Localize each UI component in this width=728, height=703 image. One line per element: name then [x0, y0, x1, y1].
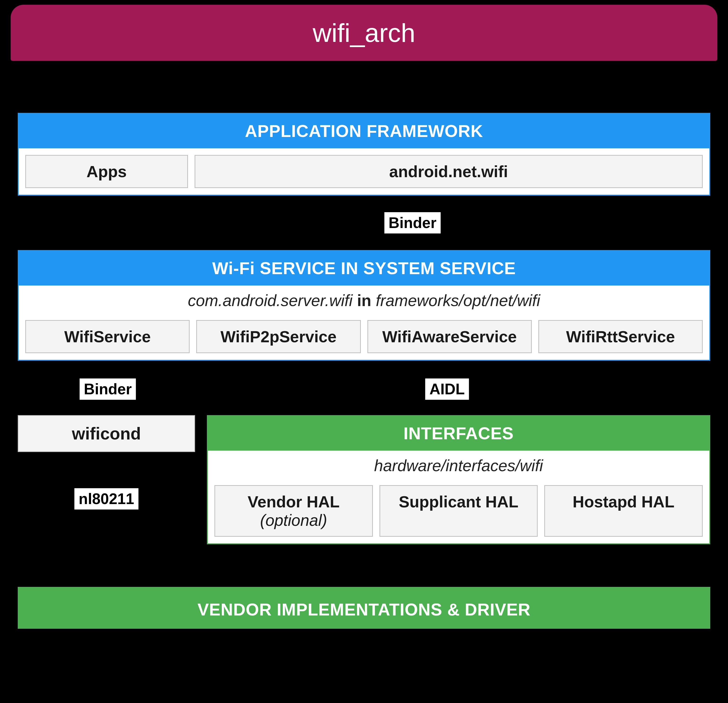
box-wifip2pservice: WifiP2pService: [196, 320, 361, 353]
diagram-title: wifi_arch: [11, 5, 717, 61]
layer-vendor-implementations: VENDOR IMPLEMENTATIONS & DRIVER: [18, 587, 710, 629]
binder-label-2: Binder: [79, 379, 136, 400]
box-hostapd-hal: Hostapd HAL: [544, 485, 703, 537]
box-wifiawareservice: WifiAwareService: [367, 320, 532, 353]
connector-af-to-service: Binder: [18, 195, 710, 250]
box-android-net-wifi: android.net.wifi: [195, 155, 703, 188]
wificond-column: wificond nl80211: [18, 415, 195, 528]
box-wifiservice: WifiService: [25, 320, 190, 353]
interfaces-subtitle: hardware/interfaces/wifi: [208, 451, 709, 479]
box-vendor-hal: Vendor HAL (optional): [214, 485, 373, 537]
row-wificond-interfaces: wificond nl80211 INTERFACES hardware/int…: [18, 415, 710, 544]
box-wifirttservice: WifiRttService: [538, 320, 703, 353]
layer-application-framework: APPLICATION FRAMEWORK Apps android.net.w…: [18, 113, 710, 195]
nl80211-label: nl80211: [75, 488, 139, 509]
wifi-service-header: Wi-Fi SERVICE IN SYSTEM SERVICE: [19, 251, 709, 285]
box-wificond: wificond: [18, 415, 195, 452]
layer-wifi-service: Wi-Fi SERVICE IN SYSTEM SERVICE com.andr…: [18, 250, 710, 361]
wifi-service-subtitle: com.android.server.wifi in frameworks/op…: [19, 285, 709, 314]
box-apps: Apps: [25, 155, 188, 188]
layer-interfaces: INTERFACES hardware/interfaces/wifi Vend…: [207, 415, 710, 544]
binder-label-1: Binder: [384, 212, 441, 233]
app-framework-header: APPLICATION FRAMEWORK: [19, 114, 709, 148]
box-supplicant-hal: Supplicant HAL: [380, 485, 538, 537]
connector-service-to-lower: Binder AIDL: [18, 361, 710, 415]
interfaces-header: INTERFACES: [208, 416, 709, 451]
aidl-label: AIDL: [425, 379, 469, 400]
